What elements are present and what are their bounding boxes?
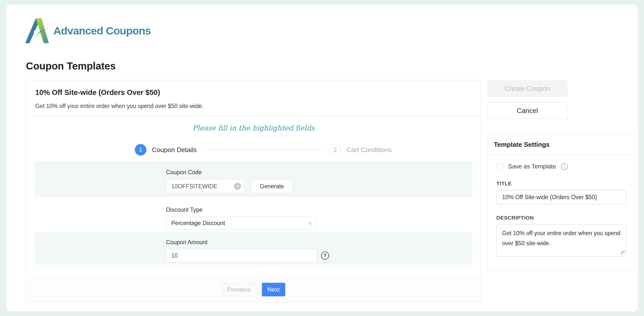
page: Advanced Coupons Coupon Templates 10% Of… [0, 0, 644, 316]
discount-type-select[interactable]: Percentage Discount ∨ [166, 217, 317, 230]
template-title-input[interactable] [496, 190, 626, 204]
app-container: Advanced Coupons Coupon Templates 10% Of… [6, 5, 638, 311]
step-coupon-details[interactable]: 1 Coupon Details [135, 144, 197, 156]
template-description-textarea[interactable]: Get 10% off your entire order when you s… [496, 224, 626, 257]
next-button[interactable]: Next [262, 283, 285, 296]
card-header: 10% Off Site-wide (Orders Over $50) Get … [26, 80, 481, 110]
create-coupon-button[interactable]: Create Coupon [488, 81, 567, 97]
step-2-circle: 2 [330, 144, 341, 156]
brand-logo-text: Advanced Coupons [53, 25, 151, 37]
coupon-amount-label: Coupon Amount [166, 239, 472, 246]
coupon-code-label: Coupon Code [166, 169, 472, 176]
coupon-template-card: 10% Off Site-wide (Orders Over $50) Get … [26, 80, 481, 302]
save-as-template-label: Save as Template [508, 163, 556, 170]
coupon-code-row: Coupon Code ✕ Generate [35, 161, 472, 197]
description-textarea-wrap: Get 10% off your entire order when you s… [496, 224, 626, 257]
save-as-template-checkbox[interactable] [496, 163, 503, 170]
step-2-label: Cart Conditions [347, 146, 392, 154]
help-icon[interactable]: ? [321, 252, 329, 260]
clear-coupon-code-icon[interactable]: ✕ [234, 183, 241, 190]
coupon-code-input-wrap: ✕ [166, 179, 245, 194]
generate-button[interactable]: Generate [251, 180, 293, 193]
header-divider [26, 116, 481, 116]
validation-notice: Please fill in the highlighted fields [26, 124, 481, 132]
wizard-footer: Previous Next [26, 277, 481, 302]
step-cart-conditions[interactable]: 2 Cart Conditions [330, 144, 392, 156]
step-1-circle: 1 [135, 144, 146, 156]
step-1-label: Coupon Details [152, 146, 197, 154]
discount-type-label: Discount Type [166, 206, 481, 213]
template-settings-header: Template Settings [488, 135, 635, 155]
page-title: Coupon Templates [26, 60, 116, 72]
coupon-amount-row: Coupon Amount ? [35, 232, 472, 265]
info-icon[interactable]: i [561, 163, 568, 170]
previous-button[interactable]: Previous [222, 283, 256, 296]
coupon-subtitle: Get 10% off your entire order when you s… [35, 103, 472, 110]
sidebar: Create Coupon Cancel Template Settings S… [488, 81, 635, 271]
coupon-amount-input[interactable] [166, 249, 317, 262]
template-settings-panel: Template Settings Save as Template i TIT… [488, 134, 635, 271]
brand-logo: Advanced Coupons [25, 17, 151, 45]
coupon-code-input[interactable] [166, 179, 245, 194]
template-settings-body: Save as Template i TITLE DESCRIPTION Get… [488, 155, 635, 271]
wizard-steps: 1 Coupon Details 2 Cart Conditions [26, 144, 481, 156]
save-as-template-row: Save as Template i [496, 163, 626, 170]
advanced-coupons-logo-icon [25, 17, 49, 45]
description-label: DESCRIPTION [496, 215, 626, 221]
cancel-button[interactable]: Cancel [488, 103, 567, 119]
discount-type-value: Percentage Discount [171, 220, 225, 227]
chevron-down-icon: ∨ [308, 220, 312, 227]
discount-type-row: Discount Type Percentage Discount ∨ [26, 197, 481, 232]
step-connector-line [204, 150, 322, 150]
coupon-title: 10% Off Site-wide (Orders Over $50) [35, 88, 472, 97]
title-label: TITLE [496, 181, 626, 187]
